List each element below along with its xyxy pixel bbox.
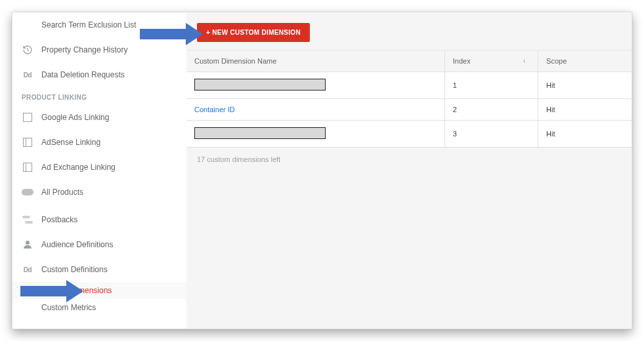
- sidebar-section-header: PRODUCT LINKING: [12, 87, 186, 105]
- column-header-index[interactable]: Index ↓: [444, 50, 538, 72]
- cell-scope: Hit: [538, 72, 632, 99]
- column-header-index-label: Index: [453, 57, 471, 65]
- sidebar-item-adsense-linking[interactable]: AdSense Linking: [12, 130, 186, 155]
- square-icon: [22, 111, 33, 123]
- sidebar-subitem-custom-dimensions[interactable]: Custom Dimensions: [12, 282, 186, 299]
- sidebar-item-label: Search Term Exclusion List: [41, 20, 137, 30]
- pill-icon: [22, 186, 33, 198]
- sidebar-item-custom-definitions[interactable]: Dd Custom Definitions: [12, 257, 186, 282]
- sidebar-item-audience-definitions[interactable]: Audience Definitions: [12, 232, 186, 257]
- sidebar-item-label: All Products: [41, 188, 83, 197]
- sidebar-item-postbacks[interactable]: Postbacks: [12, 207, 186, 232]
- sidebar-item-label: Google Ads Linking: [41, 113, 109, 122]
- sidebar-item-data-deletion[interactable]: Dd Data Deletion Requests: [12, 62, 186, 87]
- sidebar-item-google-ads-linking[interactable]: Google Ads Linking: [12, 105, 186, 130]
- history-icon: [22, 44, 33, 56]
- cell-index: 2: [444, 99, 538, 121]
- cell-index: 1: [444, 72, 538, 99]
- dd-icon: Dd: [22, 69, 33, 81]
- sidebar-item-ad-exchange-linking[interactable]: Ad Exchange Linking: [12, 155, 186, 180]
- redacted-name: [194, 79, 326, 90]
- sidebar-item-label: AdSense Linking: [41, 138, 100, 147]
- sidebar-subitem-custom-metrics[interactable]: Custom Metrics: [12, 299, 186, 316]
- custom-dimensions-table: Custom Dimension Name Index ↓ Scope 1 Hi…: [186, 50, 632, 148]
- sidebar: Search Term Exclusion List Property Chan…: [12, 12, 186, 329]
- sidebar-item-search-term-exclusion[interactable]: Search Term Exclusion List: [12, 12, 186, 37]
- new-custom-dimension-button[interactable]: + NEW CUSTOM DIMENSION: [197, 23, 310, 42]
- redacted-name: [194, 127, 326, 139]
- cell-scope: Hit: [538, 121, 632, 148]
- arrows-icon: [22, 214, 33, 226]
- cell-scope: Hit: [538, 99, 632, 121]
- sidebar-item-label: Ad Exchange Linking: [41, 163, 116, 172]
- sidebar-item-all-products[interactable]: All Products: [12, 180, 186, 205]
- table-row[interactable]: Container ID 2 Hit: [186, 99, 632, 121]
- square-split-icon: [22, 161, 33, 173]
- remaining-count: 17 custom dimensions left: [186, 148, 632, 171]
- sidebar-item-label: Postbacks: [41, 215, 77, 224]
- table-row[interactable]: 3 Hit: [186, 121, 632, 148]
- main-content: + NEW CUSTOM DIMENSION Custom Dimension …: [186, 12, 632, 329]
- column-header-scope[interactable]: Scope: [538, 50, 632, 72]
- toolbar: + NEW CUSTOM DIMENSION: [186, 12, 632, 50]
- sidebar-item-label: Data Deletion Requests: [41, 70, 125, 79]
- blank-icon: [22, 19, 33, 31]
- sort-indicator-icon: ↓: [523, 57, 526, 64]
- square-split-icon: [22, 136, 33, 148]
- column-header-name[interactable]: Custom Dimension Name: [186, 50, 444, 72]
- dd-icon: Dd: [22, 264, 33, 275]
- sidebar-item-label: Property Change History: [41, 45, 127, 54]
- table-row[interactable]: 1 Hit: [186, 72, 632, 99]
- cell-index: 3: [444, 121, 538, 148]
- sidebar-item-property-change-history[interactable]: Property Change History: [12, 37, 186, 62]
- dimension-name-link[interactable]: Container ID: [194, 106, 235, 113]
- window-frame: Search Term Exclusion List Property Chan…: [12, 12, 632, 329]
- sidebar-item-label: Custom Definitions: [41, 265, 108, 274]
- person-icon: [22, 239, 33, 251]
- sidebar-item-label: Audience Definitions: [41, 240, 113, 249]
